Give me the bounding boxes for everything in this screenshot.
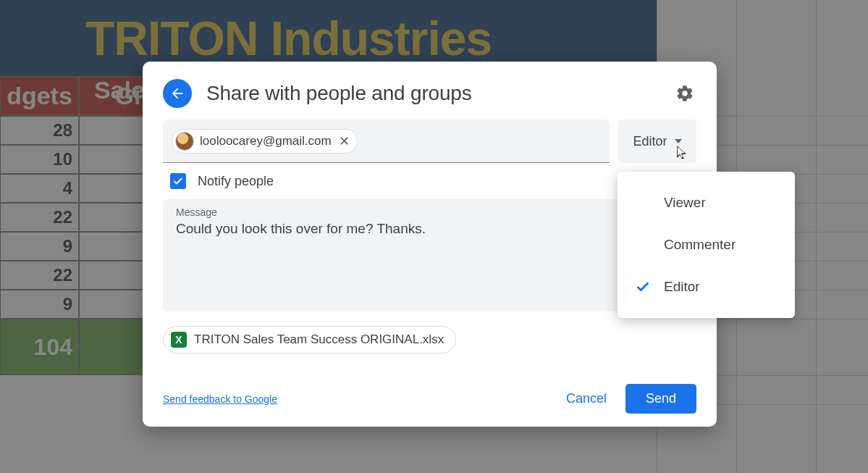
role-option-label: Viewer: [664, 195, 706, 211]
gear-icon: [675, 84, 694, 103]
dialog-footer: Send feedback to Google Cancel Send: [163, 375, 696, 414]
send-button[interactable]: Send: [625, 384, 696, 414]
check-icon: [635, 279, 651, 295]
message-textarea[interactable]: Message Could you look this over for me?…: [163, 199, 696, 311]
remove-chip-button[interactable]: ✕: [337, 133, 351, 149]
back-button[interactable]: [163, 79, 192, 108]
role-option-commenter[interactable]: Commenter: [618, 224, 795, 266]
message-label: Message: [176, 206, 683, 218]
role-dropdown-menu: Viewer Commenter Editor: [618, 172, 795, 318]
recipient-email: looloocarey@gmail.com: [200, 134, 332, 148]
settings-button[interactable]: [673, 82, 696, 105]
notify-row: Notify people: [163, 173, 696, 189]
recipient-row: looloocarey@gmail.com ✕ Editor: [163, 120, 696, 163]
check-placeholder: [635, 195, 651, 211]
notify-checkbox[interactable]: [170, 173, 186, 189]
avatar: [175, 132, 194, 151]
excel-icon: X: [171, 332, 187, 348]
check-placeholder: [635, 237, 651, 253]
attachment-chip[interactable]: X TRITON Sales Team Success ORIGINAL.xls…: [163, 326, 456, 353]
recipient-chip[interactable]: looloocarey@gmail.com ✕: [172, 129, 358, 154]
role-option-label: Commenter: [664, 237, 736, 253]
recipient-input[interactable]: looloocarey@gmail.com ✕: [163, 120, 610, 163]
role-dropdown-button[interactable]: Editor: [618, 120, 696, 163]
feedback-link[interactable]: Send feedback to Google: [163, 393, 277, 405]
role-option-label: Editor: [664, 279, 700, 295]
check-icon: [172, 175, 184, 187]
dialog-header: Share with people and groups: [163, 79, 696, 108]
chevron-down-icon: [675, 139, 682, 143]
message-text: Could you look this over for me? Thanks.: [176, 221, 683, 237]
dialog-title: Share with people and groups: [206, 82, 471, 105]
role-button-label: Editor: [633, 134, 667, 149]
notify-label: Notify people: [198, 174, 274, 189]
cancel-button[interactable]: Cancel: [553, 384, 620, 414]
attachment-name: TRITON Sales Team Success ORIGINAL.xlsx: [194, 332, 444, 347]
role-option-editor[interactable]: Editor: [618, 266, 795, 308]
role-option-viewer[interactable]: Viewer: [618, 182, 795, 224]
arrow-left-icon: [169, 85, 185, 101]
